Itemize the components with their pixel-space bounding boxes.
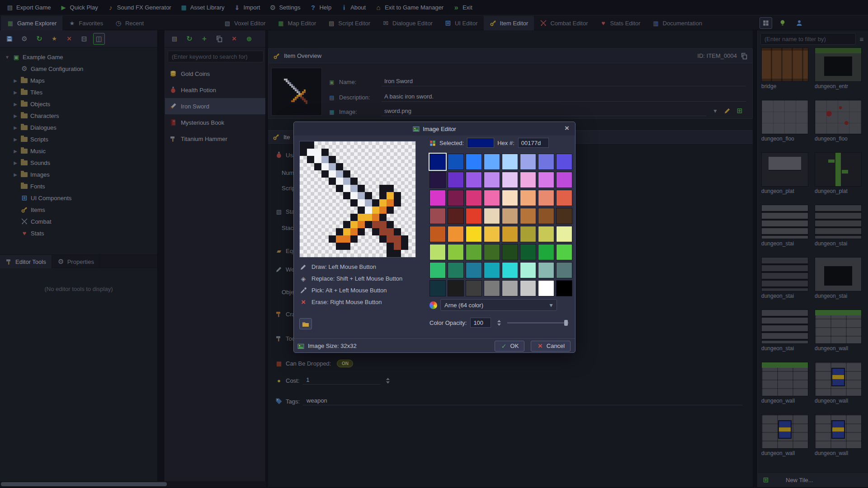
palette-color-6[interactable] bbox=[538, 154, 554, 170]
palette-color-36[interactable] bbox=[502, 226, 518, 242]
palette-color-11[interactable] bbox=[484, 172, 500, 188]
palette-color-12[interactable] bbox=[502, 172, 518, 188]
palette-color-53[interactable] bbox=[520, 262, 536, 278]
palette-color-22[interactable] bbox=[538, 190, 554, 206]
palette-color-61[interactable] bbox=[520, 280, 536, 296]
palette-name: Arne (64 color) bbox=[444, 302, 483, 309]
image-size-icon bbox=[297, 342, 304, 349]
palette-color-42[interactable] bbox=[466, 244, 482, 260]
palette-color-55[interactable] bbox=[556, 262, 572, 278]
palette-color-23[interactable] bbox=[556, 190, 572, 206]
palette-color-1[interactable] bbox=[448, 154, 464, 170]
palette-color-26[interactable] bbox=[466, 208, 482, 224]
palette-color-2[interactable] bbox=[466, 154, 482, 170]
hex-input[interactable] bbox=[518, 138, 549, 148]
color-wheel-icon bbox=[429, 301, 437, 309]
palette-color-31[interactable] bbox=[556, 208, 572, 224]
instruction-draw: Draw: Left Mouse Button bbox=[300, 263, 402, 271]
opacity-stepper[interactable] bbox=[497, 320, 501, 326]
chevron-down-icon: ▾ bbox=[547, 301, 555, 309]
palette-color-17[interactable] bbox=[448, 190, 464, 206]
image-editor-dialog: Image Editor × Draw: Left Mouse Button◈R… bbox=[293, 122, 576, 353]
canvas-instructions: Draw: Left Mouse Button◈Replace: Shift +… bbox=[300, 263, 402, 306]
image-size-label: Image Size: 32x32 bbox=[308, 343, 357, 349]
instruction-pick: Pick: Alt + Left Mouse Button bbox=[300, 286, 402, 294]
palette-color-40[interactable] bbox=[429, 244, 446, 260]
palette-color-27[interactable] bbox=[484, 208, 500, 224]
palette-color-63[interactable] bbox=[556, 280, 572, 296]
cancel-button[interactable]: ×Cancel bbox=[531, 341, 571, 352]
palette-color-15[interactable] bbox=[556, 172, 572, 188]
palette-color-43[interactable] bbox=[484, 244, 500, 260]
palette-color-30[interactable] bbox=[538, 208, 554, 224]
palette-color-46[interactable] bbox=[538, 244, 554, 260]
palette-color-0[interactable] bbox=[429, 154, 446, 170]
palette-color-38[interactable] bbox=[538, 226, 554, 242]
palette-color-60[interactable] bbox=[502, 280, 518, 296]
palette-color-49[interactable] bbox=[448, 262, 464, 278]
opacity-row: Color Opacity: bbox=[429, 318, 569, 328]
palette-color-44[interactable] bbox=[502, 244, 518, 260]
palette-color-28[interactable] bbox=[502, 208, 518, 224]
palette-color-51[interactable] bbox=[484, 262, 500, 278]
palette-color-35[interactable] bbox=[484, 226, 500, 242]
load-image-button[interactable] bbox=[299, 318, 312, 329]
palette-color-8[interactable] bbox=[429, 172, 446, 188]
palette-color-7[interactable] bbox=[556, 154, 572, 170]
hex-label: Hex #: bbox=[497, 140, 514, 146]
palette-color-59[interactable] bbox=[484, 280, 500, 296]
palette-color-39[interactable] bbox=[556, 226, 572, 242]
palette-select-row: Arne (64 color) ▾ bbox=[429, 299, 560, 311]
dialog-title: Image Editor bbox=[423, 126, 456, 132]
palette-color-45[interactable] bbox=[520, 244, 536, 260]
palette-color-5[interactable] bbox=[520, 154, 536, 170]
palette-grid-icon bbox=[429, 139, 436, 146]
palette-color-25[interactable] bbox=[448, 208, 464, 224]
dialog-titlebar[interactable]: Image Editor × bbox=[294, 122, 575, 136]
selected-color-swatch bbox=[467, 138, 494, 147]
palette-select[interactable]: Arne (64 color) ▾ bbox=[440, 299, 557, 311]
palette-color-50[interactable] bbox=[466, 262, 482, 278]
palette-color-13[interactable] bbox=[520, 172, 536, 188]
palette-color-9[interactable] bbox=[448, 172, 464, 188]
image-editor-icon bbox=[413, 125, 420, 132]
palette-color-3[interactable] bbox=[484, 154, 500, 170]
close-icon[interactable]: × bbox=[561, 123, 572, 134]
palette-color-24[interactable] bbox=[429, 208, 446, 224]
opacity-slider[interactable] bbox=[507, 322, 569, 324]
opacity-slider-knob[interactable] bbox=[564, 320, 568, 326]
palette-color-18[interactable] bbox=[466, 190, 482, 206]
palette-color-47[interactable] bbox=[556, 244, 572, 260]
color-palette-grid bbox=[429, 154, 572, 296]
selected-label: Selected: bbox=[439, 140, 464, 146]
dialog-footer: Image Size: 32x32 ✓OK ×Cancel bbox=[294, 338, 575, 353]
palette-color-54[interactable] bbox=[538, 262, 554, 278]
palette-color-56[interactable] bbox=[429, 280, 446, 296]
palette-color-37[interactable] bbox=[520, 226, 536, 242]
instruction-erase: ×Erase: Right Mouse Button bbox=[300, 298, 402, 306]
ok-button[interactable]: ✓OK bbox=[495, 341, 524, 352]
palette-color-16[interactable] bbox=[429, 190, 446, 206]
palette-color-21[interactable] bbox=[520, 190, 536, 206]
palette-color-48[interactable] bbox=[429, 262, 446, 278]
palette-color-29[interactable] bbox=[520, 208, 536, 224]
palette-color-4[interactable] bbox=[502, 154, 518, 170]
palette-color-57[interactable] bbox=[448, 280, 464, 296]
palette-color-62[interactable] bbox=[538, 280, 554, 296]
palette-color-32[interactable] bbox=[429, 226, 446, 242]
palette-color-58[interactable] bbox=[466, 280, 482, 296]
palette-color-19[interactable] bbox=[484, 190, 500, 206]
palette-color-20[interactable] bbox=[502, 190, 518, 206]
instruction-replace: ◈Replace: Shift + Left Mouse Button bbox=[300, 275, 402, 282]
opacity-label: Color Opacity: bbox=[429, 319, 467, 326]
palette-color-52[interactable] bbox=[502, 262, 518, 278]
palette-color-41[interactable] bbox=[448, 244, 464, 260]
palette-color-33[interactable] bbox=[448, 226, 464, 242]
opacity-input[interactable] bbox=[470, 318, 491, 328]
selected-color-row: Selected: Hex #: bbox=[429, 137, 549, 148]
palette-color-10[interactable] bbox=[466, 172, 482, 188]
pixel-canvas[interactable] bbox=[299, 141, 416, 258]
palette-color-14[interactable] bbox=[538, 172, 554, 188]
palette-color-34[interactable] bbox=[466, 226, 482, 242]
